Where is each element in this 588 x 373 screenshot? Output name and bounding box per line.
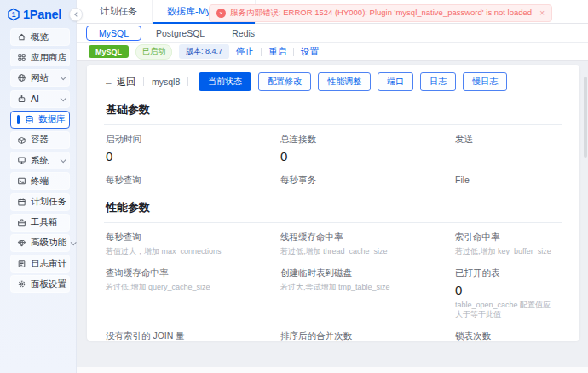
chevron-down-icon [61,75,66,81]
error-toast: × 服务内部错误: ERROR 1524 (HY000): Plugin 'my… [209,4,552,22]
stat-item: 创建临时表到磁盘 若过大,尝试增加 tmp_table_size [280,259,455,322]
database-icon [25,115,34,124]
hexagon-logo-icon: 1 [7,8,20,21]
error-icon: × [216,9,226,18]
monitor-icon [17,156,26,165]
tab-postgresql[interactable]: PostgreSQL [143,26,217,41]
chevron-down-icon [61,95,66,101]
sidebar-item-settings[interactable]: 面板设置 [10,275,70,293]
current-status-button[interactable]: 当前状态 [199,72,251,91]
stat-item: 索引命中率 若过低,增加 key_buffer_size [455,223,561,259]
back-button[interactable]: ← 返回 [104,76,135,89]
basic-stats-grid: 启动时间 0 总连接数 0 发送 每秒查询 [104,125,562,189]
instance-name: mysql8 [152,77,180,87]
stat-item: 已打开的表 0 table_open_cache 配置值应大于等于此值 [455,259,561,322]
stat-item: 总连接数 0 [280,125,455,166]
stat-item: 每秒事务 [280,166,455,189]
gear-icon [17,279,26,289]
tab-mysql[interactable]: MySQL [86,26,141,41]
section-title-performance: 性能参数 [104,189,562,223]
service-badge: MySQL [89,45,129,58]
calendar-icon [17,198,26,207]
sidebar-item-system[interactable]: 系统 [10,152,70,169]
performance-stats-grid: 每秒查询 若值过大，增加 max_connections 线程缓存命中率 若过低… [104,223,562,341]
main-area: 计划任务 数据库-MySQL × × 服务内部错误: ERROR 1524 (H… [77,0,588,373]
stat-item: File [455,166,561,189]
globe-icon [17,73,26,83]
stat-item: 没有索引的 JOIN 量 0 若不为0，请检查数据表的索引是否合理 [106,322,280,341]
svg-text:1: 1 [12,10,16,19]
port-button[interactable]: 端口 [378,72,413,91]
sidebar-item-advanced[interactable]: 高级功能 [10,234,70,252]
db-type-tabs: MySQL PostgreSQL Redis [77,24,588,43]
robot-icon [17,95,26,104]
divider [143,77,144,86]
error-message: 服务内部错误: ERROR 1524 (HY000): Plugin 'mysq… [230,8,532,19]
brand-logo: 1 1Panel [0,0,76,27]
sidebar-item-logs[interactable]: 日志审计 [10,255,70,273]
log-button[interactable]: 日志 [420,72,456,91]
home-icon [17,32,26,42]
sidebar-item-terminal[interactable]: 终端 [10,172,70,190]
divider [187,77,188,86]
stat-item: 启动时间 0 [106,125,280,166]
stat-item: 锁表次数 0 若值过大，请考虑增加您的数据库性能 [455,322,561,341]
status-card: ← 返回 mysql8 当前状态 配置修改 性能调整 端口 日志 慢日志 [87,65,579,341]
section-title-basic: 基础参数 [104,91,562,125]
chevron-down-icon [71,239,77,245]
container-box-icon [17,135,26,145]
sidebar-item-container[interactable]: 容器 [10,131,70,149]
restart-button[interactable]: 重启 [268,46,286,58]
sidebar-item-ai[interactable]: AI [10,90,70,108]
close-icon[interactable]: × [539,9,545,18]
sidebar-menu: 概览 应用商店 网站 AI [0,27,76,293]
settings-button[interactable]: 设置 [301,46,319,58]
brand-name: 1Panel [23,8,61,21]
sidebar-item-database[interactable]: 数据库 [10,111,70,129]
stat-item: 排序后的合并次数 0 若值过大，增加sort_buffer_size [280,322,455,341]
stat-item: 每秒查询 [106,166,280,189]
config-edit-button[interactable]: 配置修改 [258,72,311,91]
divider [293,48,294,56]
terminal-icon [17,176,26,186]
chevron-down-icon [61,157,66,163]
sidebar-item-toolbox[interactable]: 工具箱 [10,214,70,232]
gem-icon [17,238,26,248]
document-lines-icon [17,259,26,268]
divider [261,48,262,56]
scrollbar[interactable] [584,77,587,158]
stop-button[interactable]: 停止 [236,46,254,58]
bottom-strip [77,367,588,373]
stat-item: 线程缓存命中率 若过低,增加 thread_cache_size [280,223,455,259]
active-indicator [17,115,20,124]
view-buttons: 当前状态 配置修改 性能调整 端口 日志 慢日志 [199,72,507,91]
tab-cronjob[interactable]: 计划任务 [85,0,153,23]
content-area: ← 返回 mysql8 当前状态 配置修改 性能调整 端口 日志 慢日志 [77,61,588,373]
stat-item: 每秒查询 若值过大，增加 max_connections [106,223,280,259]
slow-log-button[interactable]: 慢日志 [463,72,507,91]
status-badge: 已启动 [135,44,172,60]
sidebar-item-appstore[interactable]: 应用商店 [10,49,70,66]
arrow-left-icon: ← [104,77,113,87]
stat-item: 查询缓存命中率 若过低,增加 query_cache_size [106,259,280,322]
sidebar-item-website[interactable]: 网站 [10,69,70,87]
stat-item: 发送 [455,125,561,166]
sidebar-collapse-button[interactable] [69,8,83,21]
service-statusbar: MySQL 已启动 版本: 8.4.7 停止 重启 设置 [77,43,588,61]
version-badge: 版本: 8.4.7 [179,44,229,59]
performance-tune-button[interactable]: 性能调整 [318,72,371,91]
appstore-grid-icon [17,53,26,62]
sidebar-item-cronjob[interactable]: 计划任务 [10,193,70,211]
chevron-left-icon [74,12,79,17]
toolbox-icon [17,218,26,227]
app-window: 1 1Panel 概览 应用商店 [0,0,588,373]
card-toolbar: ← 返回 mysql8 当前状态 配置修改 性能调整 端口 日志 慢日志 [104,72,562,91]
tab-redis[interactable]: Redis [219,26,268,41]
sidebar-item-overview[interactable]: 概览 [10,28,70,46]
sidebar: 1 1Panel 概览 应用商店 [0,0,77,373]
